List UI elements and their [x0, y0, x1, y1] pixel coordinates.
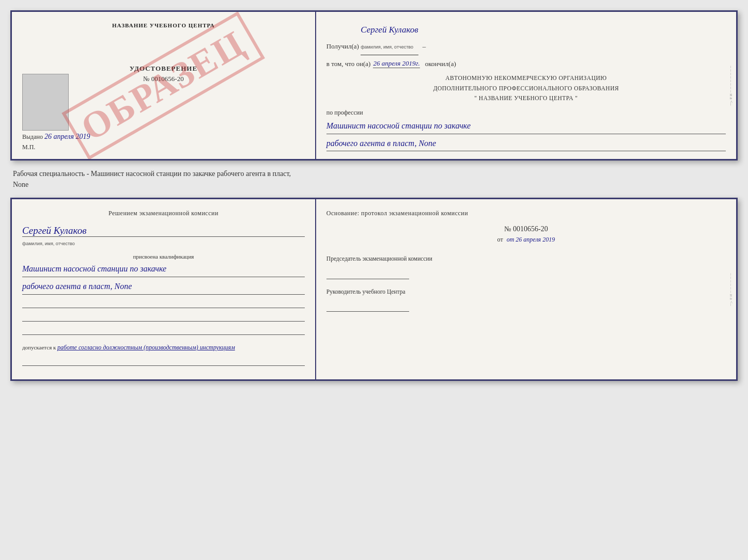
bottom-document: Решением экзаменационной комиссии Сергей…: [10, 198, 738, 381]
head-label: Руководитель учебного Центра: [326, 287, 726, 296]
org-line2: ДОПОЛНИТЕЛЬНОГО ПРОФЕССИОНАЛЬНОГО ОБРАЗО…: [326, 84, 726, 94]
dopuskaetsya-block: допускается к работе согласно должностны…: [22, 343, 305, 353]
commission-title: Решением экзаменационной комиссии: [22, 210, 305, 217]
top-left-title: НАЗВАНИЕ УЧЕБНОГО ЦЕНТРА: [22, 22, 305, 28]
profession-block: по профессии Машинист насосной станции п…: [326, 109, 726, 152]
org-block: АВТОНОМНУЮ НЕКОММЕРЧЕСКУЮ ОРГАНИЗАЦИЮ ДО…: [326, 73, 726, 104]
bottom-doc-right: Основание: протокол экзаменационной коми…: [316, 199, 736, 379]
head-block: Руководитель учебного Центра: [326, 287, 726, 312]
date-value: 26 апреля 2019г.: [373, 59, 419, 68]
protocol-date: от от 26 апреля 2019: [326, 236, 726, 244]
org-line1: АВТОНОМНУЮ НЕКОММЕРЧЕСКУЮ ОРГАНИЗАЦИЮ: [326, 73, 726, 84]
underline1: [22, 298, 305, 308]
top-document: НАЗВАНИЕ УЧЕБНОГО ЦЕНТРА УДОСТОВЕРЕНИЕ №…: [10, 10, 738, 161]
dopuskaetsya-italic: работе согласно должностным (производств…: [57, 344, 235, 351]
qual-line2: рабочего агента в пласт, None: [22, 279, 305, 295]
person-name-block: Сергей Кулаков фамилия, имя, отчество: [22, 225, 305, 247]
vydano-date: 26 апреля 2019: [44, 133, 90, 140]
head-signature-line: [326, 299, 409, 312]
org-line3: " НАЗВАНИЕ УЧЕБНОГО ЦЕНТРА ": [326, 93, 726, 104]
qualification-label: присвоена квалификация: [22, 253, 305, 260]
chairman-label: Председатель экзаменационной комиссии: [326, 254, 726, 263]
page-wrapper: НАЗВАНИЕ УЧЕБНОГО ЦЕНТРА УДОСТОВЕРЕНИЕ №…: [10, 10, 738, 381]
between-line1: Рабочая специальность - Машинист насосно…: [13, 168, 738, 179]
person-name: Сергей Кулаков: [22, 225, 305, 237]
right-margin-decoration-bottom: – – – – – – и а <–: [729, 273, 734, 306]
vydano-label: Выдано: [22, 133, 43, 140]
ot-label: от: [497, 236, 503, 243]
between-text: Рабочая специальность - Машинист насосно…: [10, 166, 738, 193]
between-line2: None: [13, 179, 738, 190]
dash: –: [423, 42, 426, 50]
qual-line1: Машинист насосной станции по закачке: [22, 262, 305, 277]
recipient-line: Получил(а) Сергей Кулаков фамилия, имя, …: [326, 22, 726, 55]
profession-label: по профессии: [326, 109, 726, 117]
profession-line1: Машинист насосной станции по закачке: [326, 119, 726, 134]
mp-label: М.П.: [22, 143, 305, 151]
date-end: окончил(а): [425, 60, 456, 68]
recipient-hint: фамилия, имя, отчество: [361, 44, 413, 50]
person-name-hint: фамилия, имя, отчество: [22, 241, 75, 246]
protocol-number: № 0010656-20: [326, 225, 726, 233]
date-line: в том, что он(а) 26 апреля 2019г. окончи…: [326, 59, 726, 68]
recipient-name: Сергей Кулаков фамилия, имя, отчество: [361, 22, 418, 55]
profession-line2: рабочего агента в пласт, None: [326, 136, 726, 152]
underline2: [22, 311, 305, 322]
top-doc-right: Получил(а) Сергей Кулаков фамилия, имя, …: [316, 12, 736, 159]
top-doc-left: НАЗВАНИЕ УЧЕБНОГО ЦЕНТРА УДОСТОВЕРЕНИЕ №…: [12, 12, 316, 159]
osnovanie-title: Основание: протокол экзаменационной коми…: [326, 210, 726, 217]
chairman-block: Председатель экзаменационной комиссии: [326, 254, 726, 279]
dopuskaetsya-label: допускается к: [22, 344, 56, 350]
underline4: [22, 356, 305, 366]
udostoverenie-label: УДОСТОВЕРЕНИЕ: [22, 65, 305, 73]
underline3: [22, 325, 305, 335]
protocol-date-value: от 26 апреля 2019: [507, 236, 555, 243]
photo-placeholder: [22, 74, 69, 131]
bottom-doc-left: Решением экзаменационной комиссии Сергей…: [12, 199, 316, 379]
date-label: в том, что он(а): [326, 60, 371, 68]
chairman-signature-line: [326, 266, 409, 279]
right-margin-decoration: – – – – – – – – и а <–: [729, 66, 734, 105]
recipient-label: Получил(а): [326, 42, 359, 50]
